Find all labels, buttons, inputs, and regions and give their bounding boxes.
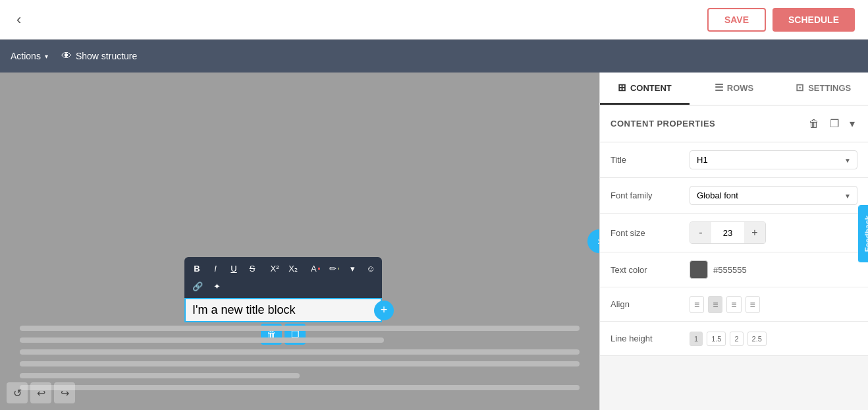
tab-settings[interactable]: ⊡ SETTINGS	[778, 73, 868, 105]
placeholder-line	[20, 349, 580, 355]
actions-menu[interactable]: Actions ▾	[11, 51, 48, 61]
feedback-tab[interactable]: Feedback	[858, 205, 868, 262]
subscript-button[interactable]: X₂	[285, 261, 302, 276]
prop-label-font-family: Font family	[610, 190, 690, 200]
align-control: ≡ ≡ ≡ ≡	[690, 296, 760, 313]
strikethrough-button[interactable]: S	[244, 261, 261, 276]
color-swatch[interactable]	[690, 260, 708, 279]
props-copy-button[interactable]: ❐	[827, 115, 842, 132]
underline-button[interactable]: U	[225, 261, 242, 276]
placeholder-line	[20, 361, 580, 366]
prop-label-text-color: Text color	[610, 265, 690, 275]
editor-toolbar: Actions ▾ 👁 Show structure	[0, 40, 868, 73]
settings-tab-icon: ⊡	[796, 82, 804, 94]
settings-tab-label: SETTINGS	[808, 83, 851, 93]
line-height-1-button[interactable]: 1	[690, 332, 703, 346]
color-control: #555555	[690, 260, 747, 279]
align-justify-button[interactable]: ≡	[746, 296, 760, 313]
prop-row-line-height: Line height 1 1.5 2 2.5	[600, 322, 868, 356]
content-properties-title: CONTENT PROPERTIES	[610, 119, 715, 129]
title-select[interactable]: H1H2H3H4H5p	[690, 150, 857, 169]
show-structure-label: Show structure	[76, 51, 137, 61]
content-tab-label: CONTENT	[630, 83, 672, 93]
prop-row-title: Title H1H2H3H4H5p	[600, 142, 868, 178]
toggle-sidebar-button[interactable]: ›	[587, 229, 599, 253]
prop-control-text-color: #555555	[690, 260, 857, 279]
font-family-select[interactable]: Global fontArialHelveticaGeorgia	[690, 186, 857, 205]
font-color-button[interactable]: A	[307, 261, 324, 276]
font-color-label: A	[311, 264, 317, 274]
highlight-button[interactable]: ✏	[325, 261, 342, 276]
prop-label-line-height: Line height	[610, 334, 690, 343]
header-actions: SAVE SCHEDULE	[707, 8, 855, 32]
prop-label-align: Align	[610, 299, 690, 309]
font-size-minus[interactable]: -	[690, 222, 711, 243]
tab-rows[interactable]: ☰ ROWS	[690, 73, 779, 105]
placeholder-line	[20, 337, 384, 343]
prop-label-title: Title	[610, 155, 690, 165]
emoji-button[interactable]: ☺	[362, 261, 379, 276]
font-family-select-wrapper: Global fontArialHelveticaGeorgia	[690, 186, 857, 205]
prop-row-align: Align ≡ ≡ ≡ ≡	[600, 287, 868, 322]
superscript-button[interactable]: X²	[266, 261, 283, 276]
prop-control-align: ≡ ≡ ≡ ≡	[690, 296, 857, 313]
prop-label-font-size: Font size	[610, 228, 690, 238]
placeholder-line	[20, 373, 300, 378]
placeholder-line	[20, 326, 580, 331]
content-placeholder-lines	[0, 312, 599, 410]
prop-control-line-height: 1 1.5 2 2.5	[690, 332, 857, 346]
prop-row-font-family: Font family Global fontArialHelveticaGeo…	[600, 178, 868, 214]
fmt-row-1: B I U S X² X₂ A ✏ ▾	[188, 260, 378, 278]
sidebar-content: CONTENT PROPERTIES 🗑 ❐ ▾ Title H1H2H3H4H…	[600, 105, 868, 356]
prop-control-title: H1H2H3H4H5p	[690, 150, 857, 169]
formatting-toolbar: B I U S X² X₂ A ✏ ▾	[184, 257, 382, 298]
redo-button[interactable]: ↪	[54, 382, 75, 403]
rows-tab-label: ROWS	[727, 83, 753, 93]
color-hex-label: #555555	[713, 265, 747, 275]
canvas-area: B I U S X² X₂ A ✏ ▾	[0, 73, 599, 410]
bold-button[interactable]: B	[188, 261, 205, 276]
align-left-button[interactable]: ≡	[690, 296, 704, 313]
font-size-control: - +	[690, 221, 766, 244]
reset-button[interactable]: ↺	[7, 382, 28, 403]
prop-control-font-size: - +	[690, 221, 857, 244]
title-select-wrapper: H1H2H3H4H5p	[690, 150, 857, 169]
props-delete-button[interactable]: 🗑	[806, 115, 822, 132]
right-sidebar: ⊞ CONTENT ☰ ROWS ⊡ SETTINGS CONTENT PROP…	[599, 73, 868, 410]
highlight-label: ✏	[329, 264, 337, 274]
save-button[interactable]: SAVE	[707, 8, 766, 32]
undo-button[interactable]: ↩	[30, 382, 51, 403]
fmt-row-2: 🔗 ✦	[188, 278, 378, 295]
align-right-button[interactable]: ≡	[726, 296, 741, 313]
font-size-input[interactable]	[711, 228, 744, 238]
prop-control-font-family: Global fontArialHelveticaGeorgia	[690, 186, 857, 205]
line-height-2-button[interactable]: 2	[730, 332, 743, 346]
special-char-button[interactable]: ✦	[208, 279, 225, 294]
actions-label: Actions	[11, 51, 41, 61]
eye-icon: 👁	[61, 50, 72, 62]
sidebar-tabs: ⊞ CONTENT ☰ ROWS ⊡ SETTINGS	[600, 73, 868, 105]
app-header: ‹ SAVE SCHEDULE	[0, 0, 868, 40]
content-properties-header: CONTENT PROPERTIES 🗑 ❐ ▾	[600, 105, 868, 142]
font-size-plus[interactable]: +	[744, 222, 765, 243]
rows-tab-icon: ☰	[715, 82, 723, 94]
tab-content[interactable]: ⊞ CONTENT	[600, 73, 690, 105]
line-height-25-button[interactable]: 2.5	[747, 332, 767, 346]
italic-button[interactable]: I	[207, 261, 224, 276]
props-header-actions: 🗑 ❐ ▾	[806, 115, 857, 132]
line-height-15-button[interactable]: 1.5	[707, 332, 726, 346]
bottom-toolbar: ↺ ↩ ↪	[7, 382, 75, 403]
content-tab-icon: ⊞	[618, 82, 626, 94]
props-chevron-button[interactable]: ▾	[847, 115, 857, 132]
placeholder-line	[20, 385, 580, 390]
prop-row-font-size: Font size - +	[600, 214, 868, 252]
show-structure-toggle[interactable]: 👁 Show structure	[61, 50, 137, 62]
schedule-button[interactable]: SCHEDULE	[773, 8, 855, 32]
back-button[interactable]: ‹	[13, 8, 24, 32]
prop-row-text-color: Text color #555555	[600, 252, 868, 287]
main-area: B I U S X² X₂ A ✏ ▾	[0, 73, 868, 410]
chevron-more-button[interactable]: ▾	[344, 261, 361, 276]
link-button[interactable]: 🔗	[188, 279, 207, 294]
align-center-button[interactable]: ≡	[708, 296, 722, 313]
line-height-control: 1 1.5 2 2.5	[690, 332, 767, 346]
